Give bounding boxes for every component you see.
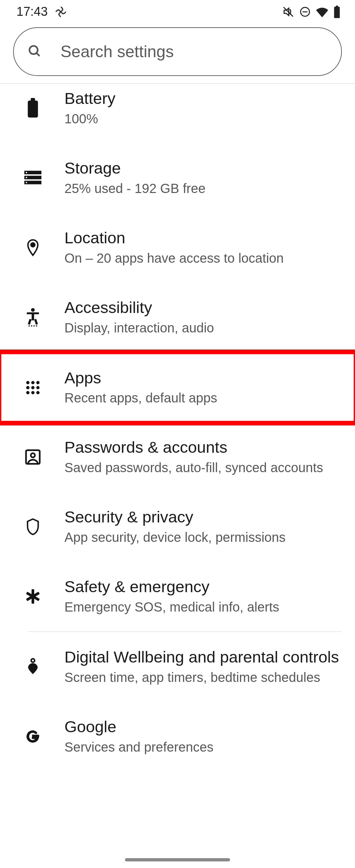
item-title: Accessibility [64, 299, 342, 317]
settings-item-location[interactable]: Location On – 20 apps have access to loc… [0, 213, 355, 282]
svg-point-36 [31, 659, 35, 662]
item-subtitle: Recent apps, default apps [64, 390, 342, 406]
item-subtitle: 25% used - 192 GB free [64, 181, 342, 196]
svg-rect-16 [28, 319, 32, 324]
settings-item-apps[interactable]: Apps Recent apps, default apps [0, 353, 355, 423]
search-section: Search settings [0, 22, 355, 83]
item-title: Apps [64, 369, 342, 387]
settings-item-safety[interactable]: Safety & emergency Emergency SOS, medica… [0, 562, 355, 631]
item-subtitle: Saved passwords, auto-fill, synced accou… [64, 460, 342, 475]
gesture-nav-handle[interactable] [125, 858, 230, 861]
settings-item-google[interactable]: Google Services and preferences [0, 702, 355, 771]
item-title: Storage [64, 159, 342, 177]
search-icon [27, 43, 42, 60]
svg-point-28 [26, 391, 30, 394]
svg-point-19 [31, 325, 32, 327]
item-subtitle: Display, interaction, audio [64, 320, 342, 336]
asterisk-icon [20, 589, 46, 604]
settings-list: Battery 100% Storage 25% used - 192 GB f… [0, 84, 355, 771]
settings-item-battery[interactable]: Battery 100% [0, 84, 355, 143]
svg-rect-5 [31, 98, 35, 101]
status-time: 17:43 [17, 5, 48, 19]
account-box-icon [20, 449, 46, 465]
location-icon [20, 238, 46, 257]
google-g-icon [20, 728, 46, 744]
svg-point-23 [31, 381, 34, 384]
apps-grid-icon [20, 380, 46, 395]
svg-rect-17 [34, 319, 38, 324]
settings-item-passwords[interactable]: Passwords & accounts Saved passwords, au… [0, 422, 355, 492]
storage-icon [20, 170, 46, 185]
item-subtitle: Screen time, app timers, bedtime schedul… [64, 670, 342, 685]
svg-point-32 [31, 454, 35, 458]
wifi-full-icon [316, 6, 329, 18]
item-title: Google [64, 718, 342, 736]
item-subtitle: On – 20 apps have access to location [64, 250, 342, 266]
svg-point-11 [26, 182, 27, 183]
svg-rect-4 [28, 101, 38, 118]
svg-point-26 [31, 386, 34, 389]
accessibility-icon [20, 307, 46, 327]
svg-point-27 [36, 386, 39, 389]
status-bar: 17:43 [0, 0, 355, 22]
search-settings-input[interactable]: Search settings [13, 27, 342, 76]
svg-point-22 [26, 381, 30, 384]
settings-item-wellbeing[interactable]: Digital Wellbeing and parental controls … [0, 632, 355, 702]
wellbeing-icon [20, 658, 46, 676]
volume-muted-icon [282, 6, 294, 18]
svg-point-21 [36, 325, 37, 327]
shield-icon [20, 518, 46, 536]
svg-point-10 [26, 177, 27, 178]
settings-item-accessibility[interactable]: Accessibility Display, interaction, audi… [0, 282, 355, 352]
item-subtitle: Emergency SOS, medical info, alerts [64, 599, 342, 615]
svg-point-29 [31, 391, 34, 394]
item-title: Location [64, 229, 342, 247]
svg-point-30 [36, 391, 39, 394]
svg-point-25 [26, 386, 30, 389]
svg-rect-1 [334, 7, 340, 18]
item-title: Security & privacy [64, 508, 342, 526]
search-placeholder: Search settings [61, 42, 174, 61]
battery-full-icon [333, 6, 341, 18]
item-title: Passwords & accounts [64, 439, 342, 456]
settings-item-storage[interactable]: Storage 25% used - 192 GB free [0, 143, 355, 213]
svg-rect-2 [336, 6, 338, 7]
item-subtitle: 100% [64, 111, 342, 127]
pinwheel-icon [55, 6, 67, 18]
item-title: Safety & emergency [64, 578, 342, 596]
battery-icon [20, 98, 46, 118]
svg-rect-15 [32, 312, 34, 320]
item-subtitle: App security, device lock, permissions [64, 529, 342, 545]
svg-point-12 [31, 243, 35, 247]
item-subtitle: Services and preferences [64, 739, 342, 755]
do-not-disturb-icon [299, 6, 311, 18]
settings-item-security[interactable]: Security & privacy App security, device … [0, 492, 355, 562]
svg-point-20 [34, 325, 35, 327]
item-title: Digital Wellbeing and parental controls [64, 648, 342, 666]
svg-point-24 [36, 381, 39, 384]
svg-point-13 [31, 308, 34, 311]
svg-point-18 [29, 325, 30, 327]
svg-point-9 [26, 172, 27, 173]
item-title: Battery [64, 90, 342, 107]
